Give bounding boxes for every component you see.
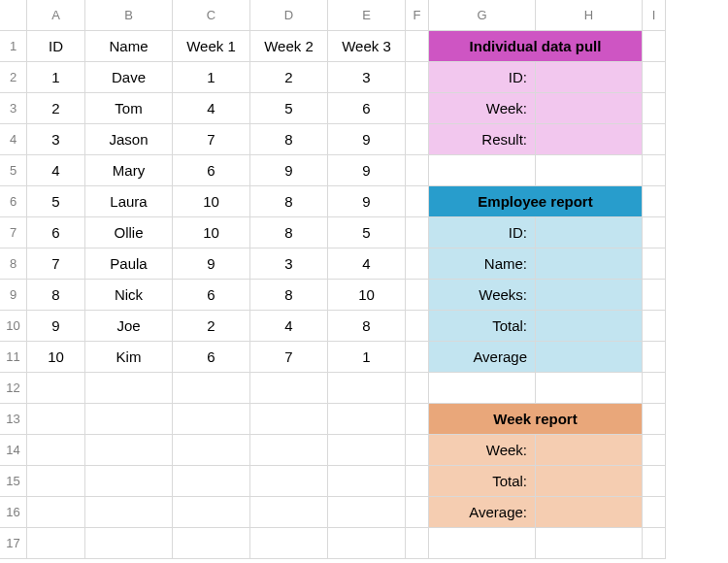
cell-I5[interactable]: [643, 155, 666, 186]
row-header-17[interactable]: 17: [0, 528, 27, 559]
cell-D16[interactable]: [250, 497, 328, 528]
row-header-1[interactable]: 1: [0, 31, 27, 62]
cell-E15[interactable]: [328, 466, 406, 497]
cell-B12[interactable]: [85, 373, 173, 404]
cell-I4[interactable]: [643, 124, 666, 155]
cell-E9[interactable]: 10: [328, 280, 406, 311]
cell-F12[interactable]: [406, 373, 429, 404]
employee-id-label[interactable]: ID:: [429, 217, 536, 248]
employee-name-value[interactable]: [536, 248, 643, 280]
cell-G17[interactable]: [429, 528, 536, 559]
cell-I13[interactable]: [643, 404, 666, 435]
cell-I15[interactable]: [643, 466, 666, 497]
cell-A10[interactable]: 9: [27, 311, 85, 342]
row-header-11[interactable]: 11: [0, 342, 27, 373]
employee-weeks-value[interactable]: [536, 280, 643, 311]
cell-C9[interactable]: 6: [173, 280, 250, 311]
cell-F17[interactable]: [406, 528, 429, 559]
col-header-G[interactable]: G: [429, 0, 536, 31]
week-week-label[interactable]: Week:: [429, 435, 536, 466]
cell-C11[interactable]: 6: [173, 342, 250, 373]
cell-I14[interactable]: [643, 435, 666, 466]
cell-C12[interactable]: [173, 373, 250, 404]
spreadsheet-grid[interactable]: A B C D E F G H I 1 ID Name Week 1 Week …: [0, 0, 728, 563]
row-header-16[interactable]: 16: [0, 497, 27, 528]
cell-B15[interactable]: [85, 466, 173, 497]
cell-I7[interactable]: [643, 217, 666, 248]
cell-F10[interactable]: [406, 311, 429, 342]
cell-I17[interactable]: [643, 528, 666, 559]
col-header-D[interactable]: D: [250, 0, 328, 31]
cell-E1[interactable]: Week 3: [328, 31, 406, 62]
cell-C15[interactable]: [173, 466, 250, 497]
cell-E2[interactable]: 3: [328, 62, 406, 93]
row-header-3[interactable]: 3: [0, 93, 27, 124]
row-header-5[interactable]: 5: [0, 155, 27, 186]
individual-week-value[interactable]: [536, 93, 643, 124]
cell-D5[interactable]: 9: [250, 155, 328, 186]
cell-H5[interactable]: [536, 155, 643, 186]
cell-C17[interactable]: [173, 528, 250, 559]
cell-F6[interactable]: [406, 186, 429, 217]
employee-total-value[interactable]: [536, 311, 643, 342]
cell-E5[interactable]: 9: [328, 155, 406, 186]
cell-A13[interactable]: [27, 404, 85, 435]
cell-D1[interactable]: Week 2: [250, 31, 328, 62]
cell-I8[interactable]: [643, 248, 666, 280]
cell-F16[interactable]: [406, 497, 429, 528]
cell-E16[interactable]: [328, 497, 406, 528]
cell-D2[interactable]: 2: [250, 62, 328, 93]
cell-F3[interactable]: [406, 93, 429, 124]
cell-F4[interactable]: [406, 124, 429, 155]
row-header-14[interactable]: 14: [0, 435, 27, 466]
cell-F15[interactable]: [406, 466, 429, 497]
cell-B1[interactable]: Name: [85, 31, 173, 62]
employee-report-header[interactable]: Employee report: [429, 186, 643, 217]
cell-I11[interactable]: [643, 342, 666, 373]
cell-D14[interactable]: [250, 435, 328, 466]
cell-I1[interactable]: [643, 31, 666, 62]
employee-total-label[interactable]: Total:: [429, 311, 536, 342]
cell-F5[interactable]: [406, 155, 429, 186]
cell-E3[interactable]: 6: [328, 93, 406, 124]
cell-E8[interactable]: 4: [328, 248, 406, 280]
cell-F8[interactable]: [406, 248, 429, 280]
cell-E10[interactable]: 8: [328, 311, 406, 342]
cell-A6[interactable]: 5: [27, 186, 85, 217]
row-header-10[interactable]: 10: [0, 311, 27, 342]
cell-I10[interactable]: [643, 311, 666, 342]
col-header-B[interactable]: B: [85, 0, 173, 31]
cell-A8[interactable]: 7: [27, 248, 85, 280]
cell-A14[interactable]: [27, 435, 85, 466]
cell-B5[interactable]: Mary: [85, 155, 173, 186]
cell-D8[interactable]: 3: [250, 248, 328, 280]
row-header-4[interactable]: 4: [0, 124, 27, 155]
row-header-12[interactable]: 12: [0, 373, 27, 404]
cell-A17[interactable]: [27, 528, 85, 559]
cell-E11[interactable]: 1: [328, 342, 406, 373]
cell-A7[interactable]: 6: [27, 217, 85, 248]
cell-F7[interactable]: [406, 217, 429, 248]
cell-B10[interactable]: Joe: [85, 311, 173, 342]
row-header-13[interactable]: 13: [0, 404, 27, 435]
cell-B6[interactable]: Laura: [85, 186, 173, 217]
row-header-7[interactable]: 7: [0, 217, 27, 248]
cell-C10[interactable]: 2: [173, 311, 250, 342]
individual-id-value[interactable]: [536, 62, 643, 93]
cell-E12[interactable]: [328, 373, 406, 404]
cell-D3[interactable]: 5: [250, 93, 328, 124]
cell-C7[interactable]: 10: [173, 217, 250, 248]
cell-E7[interactable]: 5: [328, 217, 406, 248]
cell-C6[interactable]: 10: [173, 186, 250, 217]
cell-B11[interactable]: Kim: [85, 342, 173, 373]
row-header-8[interactable]: 8: [0, 248, 27, 280]
cell-G12[interactable]: [429, 373, 536, 404]
employee-average-value[interactable]: [536, 342, 643, 373]
cell-D6[interactable]: 8: [250, 186, 328, 217]
col-header-F[interactable]: F: [406, 0, 429, 31]
employee-average-label[interactable]: Average: [429, 342, 536, 373]
col-header-I[interactable]: I: [643, 0, 666, 31]
cell-D7[interactable]: 8: [250, 217, 328, 248]
employee-weeks-label[interactable]: Weeks:: [429, 280, 536, 311]
cell-A2[interactable]: 1: [27, 62, 85, 93]
